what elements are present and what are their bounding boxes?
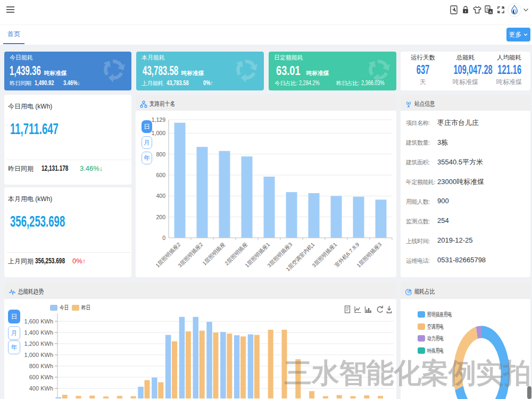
svg-text:1,200 KWh: 1,200 KWh (24, 340, 53, 347)
svg-text:600 KWh: 600 KWh (29, 374, 53, 380)
svg-text:1层照明插座: 1层照明插座 (201, 242, 226, 267)
svg-text:200: 200 (156, 214, 165, 220)
svg-text:1,600 KWh: 1,600 KWh (24, 318, 53, 325)
svg-text:800 KWh: 800 KWh (29, 363, 53, 369)
svg-text:1,000 KWh: 1,000 KWh (24, 352, 53, 358)
svg-text:400 KWh: 400 KWh (29, 385, 53, 392)
svg-text:800: 800 (156, 151, 165, 157)
svg-text:A: A (489, 10, 492, 14)
svg-text:400: 400 (156, 193, 165, 199)
svg-text:1,129: 1,129 (152, 117, 165, 123)
svg-text:1,400 KWh: 1,400 KWh (24, 329, 53, 336)
svg-text:1,000: 1,000 (152, 130, 165, 136)
svg-text:0: 0 (162, 235, 165, 241)
svg-text:600: 600 (156, 172, 165, 178)
